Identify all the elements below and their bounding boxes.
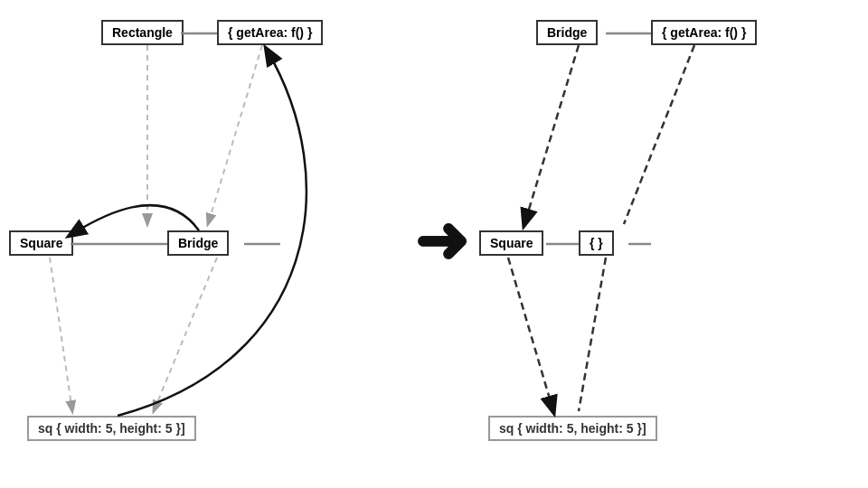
svg-line-9 [624,45,694,224]
svg-line-8 [524,45,579,224]
svg-line-5 [50,258,72,411]
svg-line-6 [154,258,217,411]
square-node-right: Square [479,230,543,256]
svg-line-13 [579,258,606,411]
svg-line-12 [508,258,553,411]
rectangle-node: Rectangle [101,20,184,45]
sq-node-left: sq { width: 5, height: 5 }] [27,416,196,441]
diagram-container: Rectangle { getArea: f() } Square Bridge… [0,0,868,488]
empty-proto-node-right: { } [579,230,614,256]
bridge-proto-node-right: { getArea: f() } [651,20,757,45]
transformation-arrow: ➜ [414,208,468,273]
sq-node-right: sq { width: 5, height: 5 }] [488,416,657,441]
bridge-node-left: Bridge [167,230,229,256]
svg-line-2 [208,45,262,224]
rectangle-proto-node: { getArea: f() } [217,20,323,45]
square-node-left: Square [9,230,73,256]
bridge-node-right: Bridge [536,20,598,45]
